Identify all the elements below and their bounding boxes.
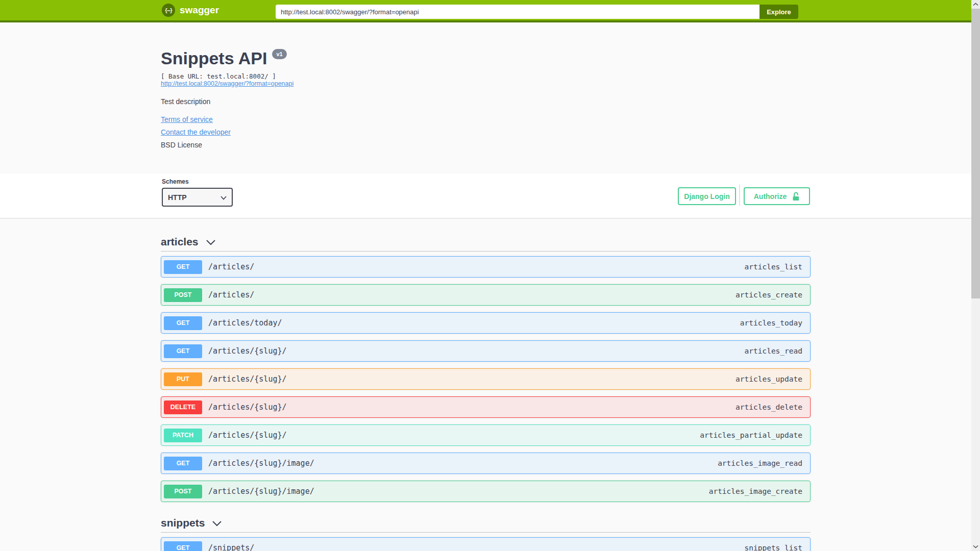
schemes-select[interactable]: HTTP (162, 188, 233, 207)
operations-list: GET/snippets/snippets_list (161, 533, 811, 551)
swagger-logo-icon: {⋯} (162, 4, 175, 17)
django-login-button[interactable]: Django Login (678, 187, 736, 205)
operation-path: /articles/ (208, 290, 254, 299)
method-badge: GET (164, 316, 202, 330)
operation-row[interactable]: POST/articles/{slug}/image/articles_imag… (161, 481, 811, 502)
operation-id: articles_read (745, 347, 808, 355)
operation-id: articles_partial_update (700, 431, 807, 439)
operations-list: GET/articles/articles_listPOST/articles/… (161, 252, 811, 502)
method-badge: GET (164, 541, 202, 551)
operation-path: /articles/{slug}/image/ (208, 487, 314, 496)
title-row: Snippets API v1 (161, 48, 287, 68)
operation-row[interactable]: DELETE/articles/{slug}/articles_delete (161, 396, 811, 418)
license-label: BSD License (161, 141, 202, 149)
operation-path: /articles/{slug}/ (208, 431, 287, 440)
operation-path: /articles/{slug}/ (208, 346, 287, 356)
scheme-container: Schemes HTTP Django Login Authorize (0, 173, 980, 218)
operation-path: /articles/today/ (208, 318, 282, 328)
operation-id: articles_today (740, 319, 807, 327)
operation-row[interactable]: GET/articles/articles_list (161, 256, 811, 278)
operation-id: articles_delete (736, 403, 807, 411)
method-badge: DELETE (164, 400, 202, 414)
operation-row[interactable]: PUT/articles/{slug}/articles_update (161, 368, 811, 390)
operation-row[interactable]: PATCH/articles/{slug}/articles_partial_u… (161, 424, 811, 446)
swagger-logo-text: swagger (180, 5, 219, 16)
section-title: articles (161, 236, 199, 248)
operation-row[interactable]: POST/articles/articles_create (161, 284, 811, 306)
authorize-button[interactable]: Authorize (744, 187, 810, 205)
operation-path: /articles/ (208, 262, 254, 271)
section-title: snippets (161, 517, 205, 529)
version-badge: v1 (272, 49, 286, 59)
api-description: Test description (161, 97, 210, 106)
explore-button[interactable]: Explore (760, 5, 798, 19)
method-badge: GET (164, 344, 202, 358)
schemes-label: Schemes (162, 178, 233, 185)
schemes-selected-value: HTTP (168, 193, 187, 202)
method-badge: POST (164, 485, 202, 498)
django-login-label: Django Login (684, 192, 729, 201)
scrollbar-thumb[interactable] (971, 9, 980, 298)
method-badge: PUT (164, 372, 202, 386)
operation-path: /articles/{slug}/ (208, 374, 287, 384)
page-title: Snippets API (161, 48, 267, 68)
operation-id: articles_image_create (709, 487, 807, 495)
swagger-logo[interactable]: {⋯} swagger (162, 4, 219, 17)
chevron-down-icon (206, 239, 216, 245)
operation-path: /articles/{slug}/image/ (208, 459, 314, 468)
scrollbar-down-button[interactable] (971, 542, 980, 551)
method-badge: GET (164, 457, 202, 470)
scrollbar-track[interactable] (971, 0, 980, 551)
schemes-block: Schemes HTTP (162, 178, 233, 207)
auth-divider (739, 185, 740, 206)
operation-row[interactable]: GET/articles/{slug}/articles_read (161, 340, 811, 362)
chevron-down-icon (212, 520, 222, 527)
method-badge: POST (164, 288, 202, 302)
operation-id: articles_list (745, 263, 808, 271)
operation-id: snippets_list (745, 544, 808, 551)
base-url: [ Base URL: test.local:8002/ ] (161, 72, 276, 80)
terms-of-service-link[interactable]: Terms of service (161, 115, 213, 123)
authorize-label: Authorize (754, 192, 787, 201)
operation-row[interactable]: GET/articles/today/articles_today (161, 312, 811, 334)
operation-row[interactable]: GET/articles/{slug}/image/articles_image… (161, 453, 811, 474)
method-badge: PATCH (164, 429, 202, 442)
api-section-articles: articlesGET/articles/articles_listPOST/a… (161, 232, 811, 502)
spec-url-input[interactable] (276, 5, 760, 19)
topbar: {⋯} swagger Explore (0, 0, 980, 22)
operation-id: articles_image_read (718, 459, 807, 467)
method-badge: GET (164, 260, 202, 274)
operation-path: /articles/{slug}/ (208, 403, 287, 412)
operation-id: articles_create (736, 291, 807, 299)
operation-path: /snippets/ (208, 543, 254, 551)
contact-developer-link[interactable]: Contact the developer (161, 128, 231, 136)
operation-id: articles_update (736, 375, 807, 383)
sections: articlesGET/articles/articles_listPOST/a… (161, 232, 811, 551)
unlock-icon (792, 192, 800, 201)
chevron-down-icon (220, 196, 227, 200)
section-header-snippets[interactable]: snippets (161, 513, 811, 533)
api-info: Snippets API v1 [ Base URL: test.local:8… (161, 48, 671, 161)
section-header-articles[interactable]: articles (161, 232, 811, 252)
operation-row[interactable]: GET/snippets/snippets_list (161, 537, 811, 551)
api-section-snippets: snippetsGET/snippets/snippets_list (161, 513, 811, 551)
spec-link[interactable]: http://test.local:8002/swagger/?format=o… (161, 80, 293, 87)
scrollbar-up-button[interactable] (971, 0, 980, 9)
